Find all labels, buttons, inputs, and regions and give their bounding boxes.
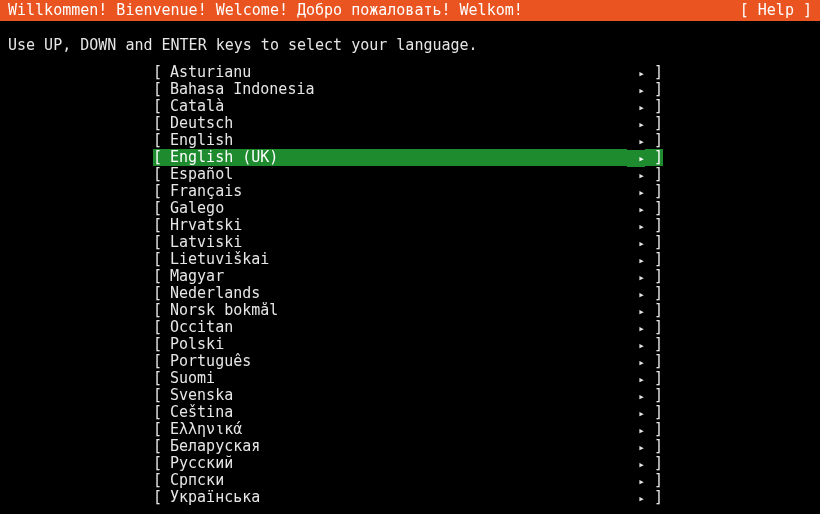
language-label: Français [170, 183, 627, 200]
language-option[interactable]: [ Ελληνικά▸ ] [0, 421, 820, 438]
language-option[interactable]: [ Català▸ ] [0, 98, 820, 115]
bracket-close: ] [645, 64, 663, 81]
language-label: Ελληνικά [170, 421, 627, 438]
language-label: Bahasa Indonesia [170, 81, 627, 98]
language-label: Português [170, 353, 627, 370]
language-label: Occitan [170, 319, 627, 336]
language-list: [ Asturianu▸ ][ Bahasa Indonesia▸ ][ Cat… [0, 62, 820, 506]
bracket-open: [ [153, 166, 170, 183]
chevron-right-icon: ▸ [627, 286, 645, 303]
language-option[interactable]: [ Nederlands▸ ] [0, 285, 820, 302]
bracket-open: [ [153, 183, 170, 200]
chevron-right-icon: ▸ [627, 490, 645, 507]
bracket-open: [ [153, 302, 170, 319]
bracket-open: [ [153, 387, 170, 404]
language-label: Español [170, 166, 627, 183]
bracket-close: ] [645, 455, 663, 472]
language-option[interactable]: [ Polski▸ ] [0, 336, 820, 353]
chevron-right-icon: ▸ [627, 337, 645, 354]
language-option[interactable]: [ Svenska▸ ] [0, 387, 820, 404]
bracket-close: ] [645, 353, 663, 370]
language-option[interactable]: [ Deutsch▸ ] [0, 115, 820, 132]
chevron-right-icon: ▸ [627, 235, 645, 252]
language-label: Svenska [170, 387, 627, 404]
language-option[interactable]: [ Српски▸ ] [0, 472, 820, 489]
language-label: Magyar [170, 268, 627, 285]
chevron-right-icon: ▸ [627, 269, 645, 286]
bracket-close: ] [645, 319, 663, 336]
chevron-right-icon: ▸ [627, 473, 645, 490]
help-button[interactable]: [ Help ] [740, 0, 812, 21]
language-option[interactable]: [ Español▸ ] [0, 166, 820, 183]
language-option[interactable]: [ Latviski▸ ] [0, 234, 820, 251]
bracket-open: [ [153, 132, 170, 149]
bracket-close: ] [645, 404, 663, 421]
language-option[interactable]: [ Беларуская▸ ] [0, 438, 820, 455]
language-option[interactable]: [ Français▸ ] [0, 183, 820, 200]
language-label: Latviski [170, 234, 627, 251]
language-option[interactable]: [ Suomi▸ ] [0, 370, 820, 387]
chevron-right-icon: ▸ [627, 99, 645, 116]
header-title: Willkommen! Bienvenue! Welcome! Добро по… [8, 0, 523, 21]
language-option[interactable]: [ Asturianu▸ ] [0, 64, 820, 81]
bracket-close: ] [645, 268, 663, 285]
chevron-right-icon: ▸ [627, 439, 645, 456]
bracket-close: ] [645, 251, 663, 268]
bracket-open: [ [153, 98, 170, 115]
bracket-open: [ [153, 149, 170, 166]
bracket-close: ] [645, 234, 663, 251]
bracket-open: [ [153, 285, 170, 302]
bracket-open: [ [153, 421, 170, 438]
language-option[interactable]: [ Magyar▸ ] [0, 268, 820, 285]
bracket-close: ] [645, 132, 663, 149]
language-option[interactable]: [ Hrvatski▸ ] [0, 217, 820, 234]
language-label: Lietuviškai [170, 251, 627, 268]
bracket-close: ] [645, 421, 663, 438]
language-label: Norsk bokmål [170, 302, 627, 319]
bracket-open: [ [153, 336, 170, 353]
language-label: Беларуская [170, 438, 627, 455]
bracket-open: [ [153, 251, 170, 268]
bracket-open: [ [153, 489, 170, 506]
bracket-close: ] [645, 98, 663, 115]
bracket-open: [ [153, 438, 170, 455]
chevron-right-icon: ▸ [627, 116, 645, 133]
bracket-close: ] [645, 438, 663, 455]
language-label: Русский [170, 455, 627, 472]
chevron-right-icon: ▸ [627, 456, 645, 473]
language-option[interactable]: [ English (UK)▸ ] [0, 149, 820, 166]
bracket-open: [ [153, 81, 170, 98]
chevron-right-icon: ▸ [627, 371, 645, 388]
language-label: English (UK) [170, 149, 627, 166]
language-option[interactable]: [ English▸ ] [0, 132, 820, 149]
language-option[interactable]: [ Português▸ ] [0, 353, 820, 370]
bracket-close: ] [645, 302, 663, 319]
language-option[interactable]: [ Norsk bokmål▸ ] [0, 302, 820, 319]
bracket-open: [ [153, 217, 170, 234]
language-label: Čeština [170, 404, 627, 421]
bracket-open: [ [153, 472, 170, 489]
bracket-close: ] [645, 81, 663, 98]
header-bar: Willkommen! Bienvenue! Welcome! Добро по… [0, 0, 820, 21]
bracket-open: [ [153, 200, 170, 217]
bracket-close: ] [645, 472, 663, 489]
bracket-open: [ [153, 370, 170, 387]
chevron-right-icon: ▸ [627, 65, 645, 82]
bracket-open: [ [153, 404, 170, 421]
chevron-right-icon: ▸ [627, 150, 645, 167]
bracket-open: [ [153, 455, 170, 472]
language-option[interactable]: [ Русский▸ ] [0, 455, 820, 472]
language-label: Galego [170, 200, 627, 217]
chevron-right-icon: ▸ [627, 252, 645, 269]
language-option[interactable]: [ Bahasa Indonesia▸ ] [0, 81, 820, 98]
chevron-right-icon: ▸ [627, 82, 645, 99]
bracket-close: ] [645, 183, 663, 200]
language-label: Српски [170, 472, 627, 489]
language-option[interactable]: [ Lietuviškai▸ ] [0, 251, 820, 268]
language-option[interactable]: [ Čeština▸ ] [0, 404, 820, 421]
chevron-right-icon: ▸ [627, 354, 645, 371]
bracket-close: ] [645, 489, 663, 506]
language-option[interactable]: [ Galego▸ ] [0, 200, 820, 217]
language-option[interactable]: [ Українська▸ ] [0, 489, 820, 506]
language-option[interactable]: [ Occitan▸ ] [0, 319, 820, 336]
